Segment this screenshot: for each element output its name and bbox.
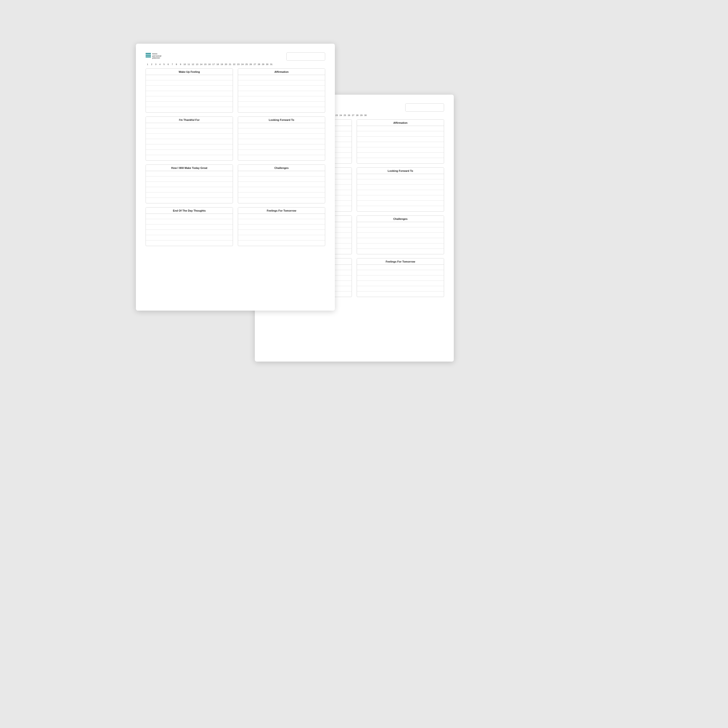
section-line[interactable]: [238, 80, 325, 86]
section-line[interactable]: [357, 137, 444, 142]
section-line[interactable]: [146, 86, 233, 91]
section-line[interactable]: [238, 86, 325, 91]
section-lines-make-today-great: [146, 171, 233, 203]
section-line[interactable]: [146, 182, 233, 187]
section-line[interactable]: [357, 179, 444, 185]
section-line[interactable]: [357, 190, 444, 195]
section-line[interactable]: [146, 176, 233, 182]
section-lines-challenges: [238, 171, 325, 203]
section-line[interactable]: [146, 123, 233, 128]
day-number: 29: [360, 114, 363, 116]
section-looking-forward-b: Looking Forward To: [357, 167, 444, 212]
section-line[interactable]: [146, 96, 233, 102]
day-number: 3: [154, 63, 157, 66]
section-line[interactable]: [357, 222, 444, 227]
section-line[interactable]: [238, 75, 325, 80]
section-line[interactable]: [357, 185, 444, 190]
section-line[interactable]: [357, 142, 444, 147]
day-number: 4: [159, 63, 161, 66]
section-line[interactable]: [238, 150, 325, 155]
section-line[interactable]: [357, 238, 444, 243]
section-line[interactable]: [357, 243, 444, 249]
section-line[interactable]: [357, 270, 444, 275]
section-line[interactable]: [357, 249, 444, 254]
section-line[interactable]: [146, 214, 233, 219]
section-line[interactable]: [146, 91, 233, 96]
section-line[interactable]: [146, 75, 233, 80]
section-line[interactable]: [238, 214, 325, 219]
section-line[interactable]: [238, 134, 325, 139]
section-line[interactable]: [357, 195, 444, 201]
section-line[interactable]: [238, 91, 325, 96]
section-line[interactable]: [238, 240, 325, 246]
section-line[interactable]: [357, 201, 444, 206]
section-line[interactable]: [238, 187, 325, 193]
section-line[interactable]: [238, 96, 325, 102]
section-line[interactable]: [146, 102, 233, 107]
day-number: 25: [343, 114, 346, 116]
section-line[interactable]: [238, 198, 325, 203]
section-line[interactable]: [238, 155, 325, 161]
section-line[interactable]: [238, 235, 325, 240]
section-line[interactable]: [146, 235, 233, 240]
front-date-box[interactable]: [286, 52, 325, 61]
section-line[interactable]: [238, 230, 325, 235]
section-line[interactable]: [238, 107, 325, 112]
section-line[interactable]: [238, 176, 325, 182]
day-number: 13: [196, 63, 199, 66]
section-line[interactable]: [146, 230, 233, 235]
section-line[interactable]: [146, 187, 233, 193]
section-line[interactable]: [357, 206, 444, 211]
section-line[interactable]: [357, 131, 444, 137]
section-line[interactable]: [146, 240, 233, 246]
section-line[interactable]: [146, 193, 233, 198]
section-line[interactable]: [146, 128, 233, 134]
section-line[interactable]: [146, 80, 233, 86]
day-number: 5: [162, 63, 165, 66]
day-number: 26: [347, 114, 350, 116]
section-line[interactable]: [238, 171, 325, 176]
section-line[interactable]: [357, 291, 444, 297]
section-line[interactable]: [146, 107, 233, 112]
section-line[interactable]: [146, 225, 233, 230]
section-line[interactable]: [238, 102, 325, 107]
section-line[interactable]: [357, 227, 444, 233]
section-line[interactable]: [238, 139, 325, 144]
section-line[interactable]: [238, 123, 325, 128]
section-line[interactable]: [146, 219, 233, 225]
section-line[interactable]: [357, 158, 444, 163]
section-line[interactable]: [357, 275, 444, 281]
back-date-box[interactable]: [405, 103, 444, 112]
section-line[interactable]: [238, 128, 325, 134]
section-line[interactable]: [146, 134, 233, 139]
section-line[interactable]: [238, 182, 325, 187]
section-line[interactable]: [357, 147, 444, 153]
section-affirmation: Affirmation: [238, 69, 325, 113]
section-looking-forward: Looking Forward To: [238, 116, 325, 161]
section-line[interactable]: [146, 198, 233, 203]
day-number: 26: [249, 63, 252, 66]
section-affirmation-b: Affirmation: [357, 119, 444, 164]
section-line[interactable]: [357, 286, 444, 291]
section-line[interactable]: [238, 225, 325, 230]
section-line[interactable]: [357, 265, 444, 270]
section-line[interactable]: [238, 219, 325, 225]
section-line[interactable]: [357, 174, 444, 179]
day-number: 8: [175, 63, 178, 66]
section-challenges-b: Challenges: [357, 216, 444, 254]
day-number: 16: [208, 63, 211, 66]
section-title-affirmation: Affirmation: [238, 69, 325, 75]
section-line[interactable]: [146, 150, 233, 155]
front-logo-text-group: boss personal planner: [152, 53, 161, 59]
section-line[interactable]: [357, 233, 444, 238]
day-number: 30: [364, 114, 367, 116]
section-line[interactable]: [357, 153, 444, 158]
section-line[interactable]: [357, 126, 444, 131]
section-line[interactable]: [238, 144, 325, 150]
section-line[interactable]: [357, 281, 444, 286]
section-line[interactable]: [146, 171, 233, 176]
section-line[interactable]: [146, 155, 233, 161]
section-line[interactable]: [146, 144, 233, 150]
section-line[interactable]: [238, 193, 325, 198]
section-line[interactable]: [146, 139, 233, 144]
